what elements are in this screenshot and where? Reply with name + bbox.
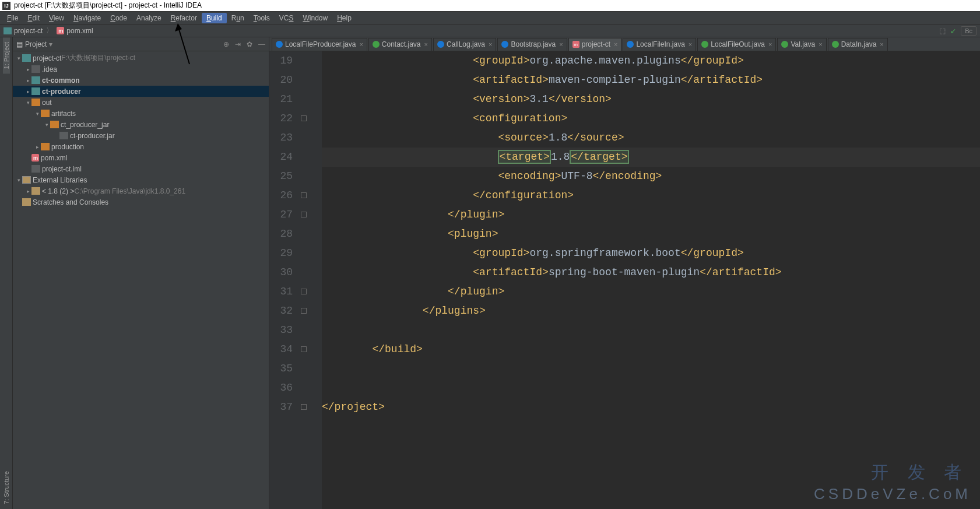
close-icon[interactable]: × <box>819 41 822 48</box>
tree-item[interactable]: artifacts <box>13 108 269 119</box>
menu-code[interactable]: Code <box>106 13 132 23</box>
close-icon[interactable]: × <box>689 41 692 48</box>
breadcrumb-file[interactable]: pom.xml <box>66 27 93 35</box>
app-icon: IJ <box>2 2 10 10</box>
editor-tab[interactable]: mproject-ct× <box>568 38 622 51</box>
editor-tab[interactable]: CallLog.java× <box>433 38 496 51</box>
editor-tab[interactable]: LocalFileProducer.java× <box>272 38 367 51</box>
fold-end-icon[interactable] <box>301 115 307 121</box>
close-icon[interactable]: × <box>880 41 883 48</box>
collapse-icon[interactable]: ⇥ <box>235 40 241 48</box>
line-gutter: 19202122232425262728293031323334353637 <box>269 51 298 509</box>
project-tree[interactable]: project-ct F:\大数据项目\project-ct.ideact-co… <box>13 51 269 509</box>
editor-tabs: LocalFileProducer.java×Contact.java×Call… <box>269 37 980 51</box>
tree-item[interactable]: ct-producer.jar <box>13 130 269 141</box>
editor-tab[interactable]: Val.java× <box>777 38 826 51</box>
tree-item[interactable]: project-ct.iml <box>13 163 269 174</box>
tree-item[interactable]: ct-producer <box>13 86 269 97</box>
breadcrumb-bar: project-ct 〉 m pom.xml ⬚ ↙ Bc <box>0 24 980 37</box>
fold-end-icon[interactable] <box>301 404 307 410</box>
tree-item[interactable]: Scratches and Consoles <box>13 196 269 208</box>
breadcrumb-sep: 〉 <box>46 26 53 36</box>
build-icon[interactable]: ⬚ <box>939 27 946 35</box>
window-title: project-ct [F:\大数据项目\project-ct] - proje… <box>14 1 202 10</box>
close-icon[interactable]: × <box>559 41 563 48</box>
folder-icon <box>3 27 12 34</box>
fold-end-icon[interactable] <box>301 289 307 294</box>
fold-column[interactable] <box>298 51 322 509</box>
menu-build[interactable]: Build <box>202 13 227 23</box>
dropdown-icon[interactable]: ▾ <box>49 40 52 48</box>
menu-run[interactable]: Run <box>227 13 249 23</box>
menu-bar: FileEditViewNavigateCodeAnalyzeRefactorB… <box>0 12 980 24</box>
settings-icon[interactable]: ✿ <box>247 40 252 48</box>
tree-item[interactable]: External Libraries <box>13 174 269 185</box>
menu-vcs[interactable]: VCS <box>275 13 298 23</box>
menu-refactor[interactable]: Refactor <box>166 13 202 23</box>
editor-tab[interactable]: Bootstrap.java× <box>497 38 567 51</box>
menu-view[interactable]: View <box>44 13 69 23</box>
tree-item[interactable]: project-ct F:\大数据项目\project-ct <box>13 52 269 64</box>
menu-file[interactable]: File <box>2 13 23 23</box>
hide-icon[interactable]: — <box>258 40 265 48</box>
menu-navigate[interactable]: Navigate <box>69 13 106 23</box>
tree-item[interactable]: ct_producer_jar <box>13 119 269 130</box>
watermark-bottom: CSDDeVZe.CoM <box>814 485 971 503</box>
menu-analyze[interactable]: Analyze <box>132 13 166 23</box>
tree-item[interactable]: mpom.xml <box>13 152 269 163</box>
menu-edit[interactable]: Edit <box>23 13 44 23</box>
close-icon[interactable]: × <box>424 41 428 48</box>
menu-tools[interactable]: Tools <box>249 13 275 23</box>
editor-area: LocalFileProducer.java×Contact.java×Call… <box>269 37 980 509</box>
editor-tab[interactable]: Contact.java× <box>368 38 432 51</box>
fold-end-icon[interactable] <box>301 308 307 314</box>
fold-end-icon[interactable] <box>301 346 307 352</box>
close-icon[interactable]: × <box>614 41 617 48</box>
project-sidebar: ▤ Project ▾ ⊕ ⇥ ✿ — project-ct F:\大数据项目\… <box>13 37 269 509</box>
watermark-top: 开 发 者 <box>871 461 968 485</box>
fold-end-icon[interactable] <box>301 212 307 217</box>
title-bar: IJ project-ct [F:\大数据项目\project-ct] - pr… <box>0 0 980 12</box>
run-icon[interactable]: ↙ <box>950 27 956 35</box>
close-icon[interactable]: × <box>359 41 363 48</box>
editor-tab[interactable]: DataIn.java× <box>828 38 888 51</box>
folder-icon: ▤ <box>16 40 23 48</box>
bc-button[interactable]: Bc <box>961 26 977 36</box>
fold-end-icon[interactable] <box>301 192 307 198</box>
tree-item[interactable]: .idea <box>13 64 269 75</box>
menu-window[interactable]: Window <box>298 13 332 23</box>
menu-help[interactable]: Help <box>332 13 356 23</box>
editor-body[interactable]: 19202122232425262728293031323334353637 <… <box>269 51 980 509</box>
tree-item[interactable]: out <box>13 97 269 108</box>
tree-item[interactable]: production <box>13 141 269 152</box>
editor-tab[interactable]: LocalFileOut.java× <box>697 38 776 51</box>
locate-icon[interactable]: ⊕ <box>223 40 229 48</box>
code-view[interactable]: <groupId>org.apache.maven.plugins</group… <box>322 51 980 509</box>
project-tool-tab[interactable]: 1: Project <box>3 37 10 73</box>
sidebar-title[interactable]: Project <box>25 40 47 48</box>
editor-tab[interactable]: LocalFileIn.java× <box>623 38 696 51</box>
tree-item[interactable]: ct-common <box>13 75 269 86</box>
left-tool-strip: 1: Project 7: Structure <box>0 37 13 509</box>
structure-tool-tab[interactable]: 7: Structure <box>3 466 10 509</box>
close-icon[interactable]: × <box>768 41 772 48</box>
breadcrumb-project[interactable]: project-ct <box>14 27 43 35</box>
tree-item[interactable]: < 1.8 (2) > C:\Program Files\Java\jdk1.8… <box>13 185 269 196</box>
maven-icon: m <box>57 27 64 34</box>
close-icon[interactable]: × <box>489 41 492 48</box>
